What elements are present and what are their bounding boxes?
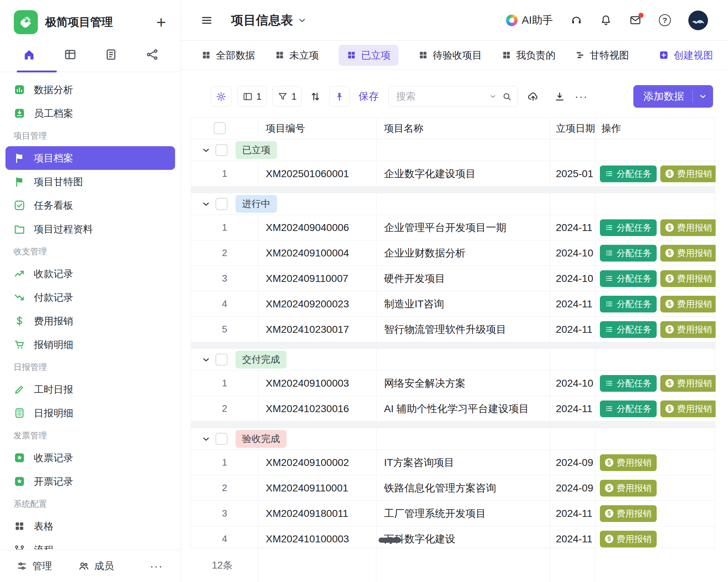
table-row[interactable]: 2 XM202409100004 企业业财数据分析 2024-10 分配任务 $… xyxy=(191,240,715,266)
column-header-date[interactable]: 立项日期 xyxy=(550,117,596,139)
expense-button[interactable]: $费用报销 xyxy=(600,454,657,471)
filter-button[interactable]: 1 xyxy=(272,86,301,107)
grid-view-icon xyxy=(347,50,356,60)
expense-button[interactable]: $费用报销 xyxy=(660,321,716,338)
create-view-button[interactable]: 创建视图 xyxy=(658,45,713,66)
chevron-down-icon[interactable] xyxy=(699,92,707,101)
column-header-name[interactable]: 项目名称 xyxy=(377,117,550,139)
view-tab-initiated-selected[interactable]: 已立项 xyxy=(339,45,399,66)
chevron-down-icon[interactable] xyxy=(201,434,211,444)
assign-task-button[interactable]: 分配任务 xyxy=(600,375,657,392)
search-icon[interactable] xyxy=(502,92,512,101)
chevron-down-icon[interactable] xyxy=(201,146,211,155)
assign-task-button[interactable]: 分配任务 xyxy=(600,400,657,417)
sidebar-item-tables[interactable]: 表格 xyxy=(5,514,175,538)
sidebar-item-invoice-out[interactable]: 开票记录 xyxy=(5,470,175,493)
view-tab-all-data[interactable]: 全部数据 xyxy=(201,45,255,66)
save-button[interactable]: 保存 xyxy=(359,89,379,103)
table-row[interactable]: 1 XM202409040006 企业管理平台开发项目一期 2024-11 分配… xyxy=(191,215,715,240)
expense-button[interactable]: $费用报销 xyxy=(600,480,657,497)
mail-icon[interactable] xyxy=(629,14,641,26)
assign-task-button[interactable]: 分配任务 xyxy=(600,270,657,287)
add-workspace-button[interactable]: + xyxy=(156,14,166,31)
table-row[interactable]: 2 XM202410230016 AI 辅助个性化学习平台建设项目 2024-1… xyxy=(191,396,715,422)
search-box[interactable] xyxy=(388,86,518,107)
table-row[interactable]: 4 XM202409200023 制造业IT咨询 2024-11 分配任务 $费… xyxy=(191,291,715,317)
expense-button[interactable]: $费用报销 xyxy=(660,245,716,262)
assign-task-button[interactable]: 分配任务 xyxy=(600,219,657,236)
expense-button[interactable]: $费用报销 xyxy=(660,375,716,392)
chevron-down-icon[interactable] xyxy=(489,92,497,100)
documents-tab-icon[interactable] xyxy=(104,48,118,61)
group-checkbox[interactable] xyxy=(215,354,228,366)
tables-tab-icon[interactable] xyxy=(64,48,77,61)
more-options-button[interactable]: ··· xyxy=(575,91,588,102)
expense-button[interactable]: $费用报销 xyxy=(660,219,716,236)
chevron-down-icon[interactable] xyxy=(201,355,211,364)
hidden-fields-button[interactable]: 1 xyxy=(237,86,266,107)
view-tab-pending-acceptance[interactable]: 待验收项目 xyxy=(418,45,482,66)
expense-button[interactable]: $费用报销 xyxy=(660,166,716,182)
group-checkbox[interactable] xyxy=(215,198,228,210)
column-header-ops[interactable]: 操作 xyxy=(596,117,716,139)
select-all-checkbox[interactable] xyxy=(214,122,226,134)
add-data-button[interactable]: 添加数据 xyxy=(633,85,713,108)
sidebar-item-project-archive[interactable]: 项目档案 xyxy=(5,146,175,170)
home-tab-icon[interactable] xyxy=(23,48,36,61)
group-checkbox[interactable] xyxy=(215,144,228,156)
sidebar-more-button[interactable]: ··· xyxy=(150,560,163,572)
headset-icon[interactable] xyxy=(570,14,582,26)
search-input[interactable] xyxy=(396,91,484,102)
horizontal-scrollbar-thumb[interactable] xyxy=(379,538,401,543)
view-tab-label: 我负责的 xyxy=(516,49,555,62)
view-tab-gantt[interactable]: 甘特视图 xyxy=(575,45,629,66)
column-header-code[interactable]: 项目编号 xyxy=(258,117,377,139)
sort-icon[interactable] xyxy=(310,91,321,102)
help-icon[interactable]: ? xyxy=(659,14,671,26)
sidebar-item-task-board[interactable]: 任务看板 xyxy=(5,194,175,217)
pin-button[interactable] xyxy=(329,86,350,107)
expense-button[interactable]: $费用报销 xyxy=(660,296,716,312)
expense-button[interactable]: $费用报销 xyxy=(660,400,716,417)
sidebar-item-project-docs[interactable]: 项目过程资料 xyxy=(5,217,175,241)
sidebar-item-data-analysis[interactable]: 数据分析 xyxy=(5,78,175,101)
group-checkbox[interactable] xyxy=(215,433,228,445)
workflow-tab-icon[interactable] xyxy=(146,48,159,61)
view-tab-my-projects[interactable]: 我负责的 xyxy=(502,45,555,66)
sidebar-item-daily-detail[interactable]: 日报明细 xyxy=(5,401,175,425)
bell-icon[interactable] xyxy=(600,14,612,26)
sidebar-item-expense-detail[interactable]: 报销明细 xyxy=(5,333,175,356)
table-row[interactable]: 3 XM202409180011 工厂管理系统开发项目 2024-11 $费用报… xyxy=(191,501,715,526)
manage-button[interactable]: 管理 xyxy=(16,559,52,573)
sidebar-item-receipts[interactable]: 收款记录 xyxy=(5,262,175,286)
expense-button[interactable]: $费用报销 xyxy=(600,531,657,547)
sidebar-item-timesheet[interactable]: 工时日报 xyxy=(5,378,175,401)
hamburger-menu-icon[interactable] xyxy=(201,14,213,27)
chevron-down-icon[interactable] xyxy=(297,16,307,25)
chevron-down-icon[interactable] xyxy=(201,199,211,209)
table-row[interactable]: 3 XM202409110007 硬件开发项目 2024-10 分配任务 $费用… xyxy=(191,266,715,291)
assign-task-button[interactable]: 分配任务 xyxy=(600,245,657,262)
expense-button[interactable]: $费用报销 xyxy=(660,270,716,287)
view-settings-button[interactable] xyxy=(211,86,232,107)
assign-task-button[interactable]: 分配任务 xyxy=(600,166,657,182)
table-row[interactable]: 1 XM202409100003 网络安全解决方案 2024-10 分配任务 $… xyxy=(191,371,715,396)
table-row[interactable]: 2 XM202409110001 铁路信息化管理方案咨询 2024-09 $费用… xyxy=(191,475,715,501)
sidebar-item-payments[interactable]: 付款记录 xyxy=(5,286,175,309)
ai-assistant-button[interactable]: AI助手 xyxy=(506,13,553,28)
assign-task-button[interactable]: 分配任务 xyxy=(600,296,657,312)
assign-task-button[interactable]: 分配任务 xyxy=(600,321,657,338)
sidebar-item-invoice-in[interactable]: 收票记录 xyxy=(5,446,175,470)
sidebar-item-employee-files[interactable]: 员工档案 xyxy=(5,101,175,125)
view-tab-not-initiated[interactable]: 未立项 xyxy=(275,45,319,66)
sidebar-item-expense[interactable]: 费用报销 xyxy=(5,309,175,333)
table-row[interactable]: 1 XM202501060001 企业数字化建设项目 2025-01 分配任务 … xyxy=(191,161,715,187)
table-row[interactable]: 1 XM202409100002 IT方案咨询项目 2024-09 $费用报销 xyxy=(191,450,715,475)
members-button[interactable]: 成员 xyxy=(78,559,114,573)
import-upload-icon[interactable] xyxy=(527,91,539,102)
table-row[interactable]: 5 XM202410230017 智行物流管理软件升级项目 2024-11 分配… xyxy=(191,317,715,342)
sidebar-item-project-gantt[interactable]: 项目甘特图 xyxy=(5,170,175,194)
download-icon[interactable] xyxy=(554,91,565,102)
user-avatar[interactable] xyxy=(688,11,708,30)
expense-button[interactable]: $费用报销 xyxy=(600,505,657,522)
